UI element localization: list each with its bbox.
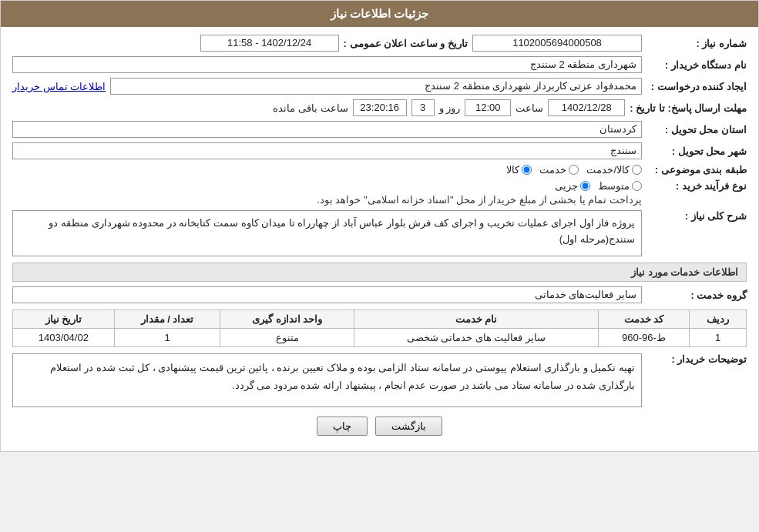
groheKhadamat-value: سایر فعالیت‌های خدماتی xyxy=(12,286,642,303)
info-section-title: اطلاعات خدمات مورد نیاز xyxy=(12,263,747,282)
noeFarayand-motavaset-radio[interactable] xyxy=(632,181,642,191)
noeFarayand-label: نوع فرآیند خرید : xyxy=(646,180,747,192)
noeFarayand-jazei-item: جزیی xyxy=(555,180,590,192)
cell-vahedAndazegiri: متنوع xyxy=(220,329,354,347)
page-title: جزئیات اطلاعات نیاز xyxy=(1,1,758,27)
tabeband-kala-item: کالا xyxy=(506,164,532,176)
mohlat-roz: 3 xyxy=(411,99,435,116)
tarikhSaatElaan-label: تاریخ و ساعت اعلان عمومی : xyxy=(344,38,468,49)
table-row: 1ط-96-960سایر فعالیت های خدماتی شخصیمتنو… xyxy=(13,329,747,347)
col-tarikNiaz: تاریخ نیاز xyxy=(13,310,115,329)
services-table: ردیف کد خدمت نام خدمت واحد اندازه گیری ت… xyxy=(12,309,747,347)
ostan-value: کردستان xyxy=(12,121,642,138)
col-tedad: تعداد / مقدار xyxy=(114,310,220,329)
ostan-label: استان محل تحویل : xyxy=(646,124,747,136)
col-radif: ردیف xyxy=(690,310,747,329)
tabeband-kalakhadamat-radio[interactable] xyxy=(632,165,642,175)
mohlat-label: مهلت ارسال پاسخ: تا تاریخ : xyxy=(630,102,747,114)
noeFarayand-motavaset-item: متوسط xyxy=(598,180,642,192)
shomareNiaz-value: 1102005694000508 xyxy=(472,35,642,52)
cell-tarikNiaz: 1403/04/02 xyxy=(13,329,115,347)
back-button[interactable]: بازگشت xyxy=(375,417,442,436)
etelaatTamas-link[interactable]: اطلاعات تماس خریدار xyxy=(12,81,106,92)
noeFarayand-radiogroup: متوسط جزیی xyxy=(12,180,642,192)
col-kodKhadamat: کد خدمت xyxy=(598,310,689,329)
mohlat-baghi: 23:20:16 xyxy=(353,99,407,116)
tabeband-kala-radio[interactable] xyxy=(522,165,532,175)
cell-namKhadamat: سایر فعالیت های خدماتی شخصی xyxy=(354,329,599,347)
mohlat-saat: 12:00 xyxy=(465,99,511,116)
noeFarayand-motavaset-label: متوسط xyxy=(598,180,630,192)
tabeband-khadamat-radio[interactable] xyxy=(569,165,579,175)
namDastgah-value: شهرداری منطقه 2 سنندج xyxy=(12,56,642,73)
col-namKhadamat: نام خدمت xyxy=(354,310,599,329)
ijadKonande-label: ایجاد کننده درخواست : xyxy=(646,81,747,92)
tabeband-khadamat-item: خدمت xyxy=(539,164,579,176)
cell-kodKhadamat: ط-96-960 xyxy=(598,329,689,347)
sharh-value: پروژه فاز اول اجرای عملیات تخریب و اجرای… xyxy=(12,210,642,256)
tabeband-kalakhadamat-label: کالا/خدمت xyxy=(586,164,630,176)
tawzihat-value: تهیه تکمیل و بارگذاری استعلام پیوستی در … xyxy=(12,353,642,407)
groheKhadamat-label: گروه خدمت : xyxy=(646,289,747,301)
noeFarayand-jazei-label: جزیی xyxy=(555,180,578,192)
tabeband-kalakhadamat-item: کالا/خدمت xyxy=(586,164,642,176)
mohlat-saat-label: ساعت xyxy=(516,102,543,114)
tawzihat-label: توضیحات خریدار : xyxy=(646,353,747,365)
sharh-label: شرح کلی نیاز : xyxy=(646,210,747,222)
noeFarayand-jazei-radio[interactable] xyxy=(580,181,590,191)
col-vahedAndazegiri: واحد اندازه گیری xyxy=(220,310,354,329)
tarikhSaatElaan-value: 1402/12/24 - 11:58 xyxy=(200,35,339,52)
mohlat-date: 1402/12/28 xyxy=(548,99,625,116)
tabeband-label: طبقه بندی موضوعی : xyxy=(646,164,747,176)
tabeband-kala-label: کالا xyxy=(506,164,519,176)
shahr-value: سنندج xyxy=(12,142,642,159)
button-row: بازگشت چاپ xyxy=(12,417,747,436)
shahr-label: شهر محل تحویل : xyxy=(646,146,747,157)
shomareNiaz-label: شماره نیاز : xyxy=(646,38,747,49)
tabeband-radiogroup: کالا/خدمت خدمت کالا xyxy=(12,164,642,176)
print-button[interactable]: چاپ xyxy=(317,417,368,436)
noeFarayand-note: پرداخت تمام یا بخشی از مبلغ خریدار از مح… xyxy=(12,194,642,206)
namDastgah-label: نام دستگاه خریدار : xyxy=(646,59,747,71)
cell-radif: 1 xyxy=(690,329,747,347)
ijadKonande-value: محمدفواد عزتی کاربرداز شهرداری منطقه 2 س… xyxy=(110,78,642,95)
mohlat-roz-label: روز و xyxy=(439,102,461,114)
mohlat-baghi-label: ساعت باقی مانده xyxy=(273,102,348,114)
cell-tedad: 1 xyxy=(114,329,220,347)
tabeband-khadamat-label: خدمت xyxy=(539,164,566,176)
